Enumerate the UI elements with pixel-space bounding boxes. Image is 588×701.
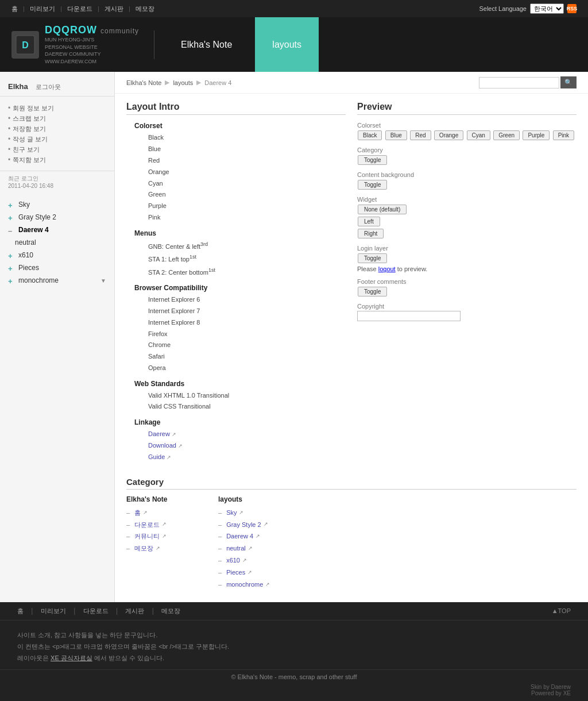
- xe-link[interactable]: XE 공식자료실: [51, 654, 92, 661]
- copyright-input[interactable]: [357, 311, 461, 321]
- sidebar-item-sky[interactable]: + Sky: [0, 198, 114, 211]
- footer-sep4: |: [152, 607, 154, 615]
- footer-description: 사이트 소개, 참고 사항들을 넣는 하단 문구입니다. 이 컨텐츠는 <p>태…: [0, 621, 588, 669]
- menus-section: Menus GNB: Center & left3rd STA 1: Left …: [126, 229, 346, 278]
- top-link[interactable]: ▲TOP: [552, 607, 571, 614]
- sidebar-daerew4-label: Daerew 4: [18, 226, 49, 234]
- ext-icon: ↗: [242, 556, 247, 565]
- footer-nav-download[interactable]: 다운로드: [83, 607, 109, 614]
- color-purple: Purple: [148, 201, 346, 212]
- rss-icon[interactable]: RSS: [567, 4, 577, 13]
- preview-title: Preview: [357, 102, 577, 115]
- preview-content-bg: Content background Toggle: [357, 171, 577, 190]
- btn-black[interactable]: Black: [358, 130, 382, 140]
- cat-item-monochrome[interactable]: monochrome↗: [218, 579, 293, 591]
- menu-item-friends[interactable]: 친구 보기: [8, 145, 106, 154]
- cat-item-download[interactable]: 다운로드↗: [126, 519, 201, 531]
- cat-item-pieces[interactable]: Pieces↗: [218, 567, 293, 579]
- cat-item-x610[interactable]: x610↗: [218, 554, 293, 567]
- daerew-link[interactable]: Daerew: [148, 430, 170, 437]
- widget-right-btn[interactable]: Right: [358, 229, 384, 238]
- color-black: Black: [148, 132, 346, 144]
- footer-desc1: 사이트 소개, 참고 사항들을 넣는 하단 문구입니다.: [17, 630, 571, 641]
- btn-green[interactable]: Green: [493, 130, 520, 140]
- btn-purple[interactable]: Purple: [523, 130, 550, 140]
- ext-icon: ↗: [265, 580, 270, 590]
- category-toggle-btn[interactable]: Toggle: [358, 155, 387, 165]
- cat-item-neutral[interactable]: neutral↗: [218, 542, 293, 554]
- language-select[interactable]: 한국어: [530, 3, 564, 14]
- btn-orange[interactable]: Orange: [434, 130, 463, 140]
- nav-preview[interactable]: 미리보기: [30, 5, 55, 12]
- menu-item-storage[interactable]: 저장함 보기: [8, 125, 106, 133]
- preview-widget-label: Widget: [357, 196, 577, 203]
- sidebar-item-neutral[interactable]: neutral: [0, 236, 114, 249]
- cat-elkha-title: Elkha's Note: [126, 495, 201, 503]
- btn-pink[interactable]: Pink: [553, 130, 574, 140]
- sidebar-item-graystyle2[interactable]: + Gray Style 2: [0, 211, 114, 224]
- footer-nav-links: 홈 | 미리보기 | 다운로드 | 게시판 | 메모장: [17, 607, 180, 615]
- color-green: Green: [148, 189, 346, 201]
- ext-icon: ↗: [264, 519, 268, 529]
- svg-text:D: D: [22, 40, 29, 50]
- footer-sep3: |: [116, 607, 118, 615]
- content-bg-toggle-btn[interactable]: Toggle: [358, 180, 387, 190]
- logo-divider: [154, 30, 154, 59]
- plus-icon-mono: +: [8, 277, 15, 284]
- btn-cyan[interactable]: Cyan: [467, 130, 490, 140]
- search-button[interactable]: 🔍: [560, 76, 577, 88]
- breadcrumb-layouts[interactable]: layouts: [173, 79, 193, 86]
- menu-item-scrap[interactable]: 스크랩 보기: [8, 114, 106, 123]
- sidebar-item-monochrome[interactable]: + monochrome ▼: [0, 274, 114, 287]
- preview-colorset-btns: Black Blue Red Orange Cyan Green Purple …: [357, 130, 577, 141]
- sidebar-item-x610[interactable]: + x610: [0, 249, 114, 261]
- category-title: Category: [126, 477, 577, 490]
- footer-nav-board[interactable]: 게시판: [125, 607, 144, 614]
- web-css: Valid CSS Transitional: [148, 401, 346, 413]
- breadcrumb-elkha[interactable]: Elkha's Note: [126, 79, 161, 86]
- sidebar-item-daerew4[interactable]: – Daerew 4: [0, 224, 114, 236]
- guide-link[interactable]: Guide: [148, 453, 165, 460]
- menu-item-profile[interactable]: 회원 정보 보기: [8, 104, 106, 113]
- logo-area: D DQQROW community MUN HYEONG-JIN'S PERS…: [0, 17, 255, 72]
- cat-item-community[interactable]: 커뮤니티↗: [126, 530, 201, 542]
- nav-home[interactable]: 홈: [11, 5, 18, 12]
- sidebar-item-pieces[interactable]: + Pieces: [0, 261, 114, 274]
- minus-icon-daerew: –: [8, 226, 15, 233]
- nav-memo[interactable]: 메모장: [136, 5, 154, 12]
- btn-red[interactable]: Red: [410, 130, 431, 140]
- plus-icon-x610: +: [8, 252, 15, 259]
- btn-blue[interactable]: Blue: [385, 130, 407, 140]
- browser-safari: Safari: [148, 351, 346, 363]
- login-toggle-btn[interactable]: Toggle: [358, 253, 387, 263]
- cat-item-graystyle2[interactable]: Gray Style 2↗: [218, 519, 293, 531]
- menu-item-posts[interactable]: 작성 글 보기: [8, 135, 106, 144]
- search-input[interactable]: [479, 77, 559, 88]
- link-download: Download ↗: [148, 440, 346, 452]
- cat-item-daerew4[interactable]: Daerew 4↗: [218, 530, 293, 542]
- ext-icon: ↗: [143, 508, 148, 518]
- footer-nav-memo[interactable]: 메모장: [161, 607, 180, 614]
- footer-toggle-btn[interactable]: Toggle: [358, 287, 387, 296]
- cat-item-memo[interactable]: 메모장↗: [126, 542, 201, 554]
- layouts-tab[interactable]: layouts: [255, 17, 319, 72]
- cat-item-sky[interactable]: Sky↗: [218, 507, 293, 519]
- preview-category: Category Toggle: [357, 147, 577, 165]
- browser-firefox: Firefox: [148, 329, 346, 340]
- widget-none-btn[interactable]: None (default): [358, 205, 407, 214]
- download-link[interactable]: Download: [148, 442, 176, 449]
- ext-icon-2: ↗: [178, 443, 183, 449]
- layout-intro-title: Layout Intro: [126, 102, 346, 115]
- nav-download[interactable]: 다운로드: [67, 5, 92, 12]
- plus-icon-pieces: +: [8, 264, 15, 271]
- footer-nav-preview[interactable]: 미리보기: [41, 607, 66, 614]
- footer-sep2: |: [74, 607, 75, 615]
- logout-preview-link[interactable]: logout: [378, 265, 396, 272]
- nav-board[interactable]: 게시판: [105, 5, 123, 12]
- logout-link[interactable]: 로그아웃: [36, 83, 61, 90]
- footer-nav-home[interactable]: 홈: [17, 607, 24, 614]
- menu-item-messages[interactable]: 쪽지함 보기: [8, 156, 106, 164]
- browser-ie8: Internet Explorer 8: [148, 317, 346, 329]
- cat-item-home[interactable]: 홈↗: [126, 507, 201, 519]
- widget-left-btn[interactable]: Left: [358, 217, 380, 226]
